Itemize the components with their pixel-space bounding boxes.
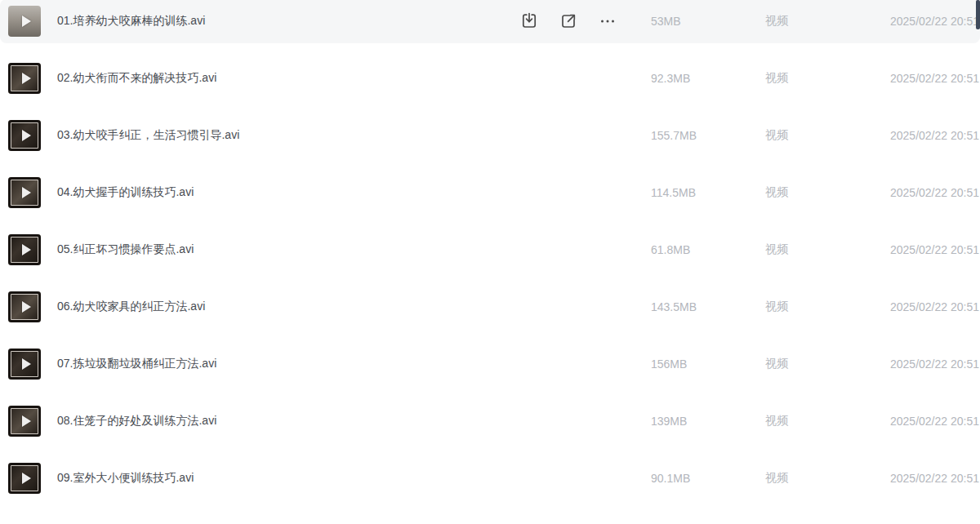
- row-actions: [519, 11, 618, 32]
- play-icon: [22, 187, 31, 198]
- play-icon: [22, 473, 31, 484]
- video-thumbnail[interactable]: [8, 120, 41, 151]
- file-size: 53MB: [651, 15, 733, 28]
- play-icon: [22, 301, 31, 313]
- file-name[interactable]: 02.幼犬衔而不来的解决技巧.avi: [57, 71, 502, 86]
- file-row[interactable]: 09.室外大小便训练技巧.avi: [0, 450, 980, 507]
- more-icon[interactable]: [597, 11, 618, 32]
- play-icon: [22, 130, 31, 141]
- file-type: 视频: [765, 71, 816, 86]
- file-modified-date: 2025/02/22 20:51: [816, 300, 980, 313]
- file-list: 01.培养幼犬咬麻棒的训练.avi: [0, 0, 980, 507]
- file-row[interactable]: 02.幼犬衔而不来的解决技巧.avi: [0, 50, 980, 107]
- file-type: 视频: [765, 471, 816, 486]
- play-icon: [22, 16, 31, 27]
- file-row[interactable]: 03.幼犬咬手纠正，生活习惯引导.avi: [0, 107, 980, 164]
- file-modified-date: 2025/02/22 20:51: [816, 15, 980, 28]
- file-size: 90.1MB: [651, 472, 733, 485]
- file-name[interactable]: 01.培养幼犬咬麻棒的训练.avi: [57, 14, 502, 29]
- file-size: 114.5MB: [651, 186, 733, 199]
- file-modified-date: 2025/02/22 20:51: [816, 243, 980, 256]
- file-type: 视频: [765, 185, 816, 200]
- file-modified-date: 2025/02/22 20:51: [816, 72, 980, 85]
- play-icon: [22, 73, 31, 84]
- file-size: 155.7MB: [651, 129, 733, 142]
- video-thumbnail[interactable]: [8, 177, 41, 208]
- file-size: 143.5MB: [651, 300, 733, 313]
- file-modified-date: 2025/02/22 20:51: [816, 357, 980, 371]
- play-icon: [22, 415, 31, 427]
- file-type: 视频: [765, 128, 816, 143]
- file-modified-date: 2025/02/22 20:51: [816, 472, 980, 485]
- video-thumbnail[interactable]: [8, 63, 41, 94]
- file-type: 视频: [765, 357, 816, 371]
- file-size: 92.3MB: [651, 72, 733, 85]
- video-thumbnail[interactable]: [8, 291, 41, 322]
- video-thumbnail[interactable]: [8, 463, 41, 494]
- file-name[interactable]: 08.住笼子的好处及训练方法.avi: [57, 414, 502, 429]
- play-icon: [22, 244, 31, 255]
- file-row[interactable]: 07.拣垃圾翻垃圾桶纠正方法.avi: [0, 335, 980, 393]
- share-icon[interactable]: [558, 11, 579, 32]
- video-thumbnail[interactable]: [8, 406, 41, 437]
- file-row[interactable]: 04.幼犬握手的训练技巧.avi: [0, 164, 980, 221]
- file-name[interactable]: 04.幼犬握手的训练技巧.avi: [57, 185, 502, 200]
- file-name[interactable]: 07.拣垃圾翻垃圾桶纠正方法.avi: [57, 357, 502, 371]
- file-type: 视频: [765, 242, 816, 257]
- file-row[interactable]: 06.幼犬咬家具的纠正方法.avi: [0, 278, 980, 335]
- file-row[interactable]: 01.培养幼犬咬麻棒的训练.avi: [0, 0, 980, 50]
- file-type: 视频: [765, 414, 816, 429]
- file-row[interactable]: 05.纠正坏习惯操作要点.avi: [0, 221, 980, 278]
- file-size: 61.8MB: [651, 243, 733, 256]
- video-thumbnail[interactable]: [8, 6, 41, 37]
- file-name[interactable]: 06.幼犬咬家具的纠正方法.avi: [57, 300, 502, 314]
- file-name[interactable]: 03.幼犬咬手纠正，生活习惯引导.avi: [57, 128, 502, 143]
- file-manager-viewport: 01.培养幼犬咬麻棒的训练.avi: [0, 0, 980, 524]
- file-type: 视频: [765, 300, 816, 314]
- play-icon: [22, 358, 31, 370]
- file-modified-date: 2025/02/22 20:51: [816, 186, 980, 199]
- file-modified-date: 2025/02/22 20:51: [816, 129, 980, 142]
- download-icon[interactable]: [519, 11, 540, 32]
- file-size: 139MB: [651, 415, 733, 428]
- scrollbar-thumb[interactable]: [976, 0, 980, 29]
- file-name[interactable]: 05.纠正坏习惯操作要点.avi: [57, 242, 502, 257]
- file-modified-date: 2025/02/22 20:51: [816, 415, 980, 428]
- video-thumbnail[interactable]: [8, 234, 41, 265]
- file-name[interactable]: 09.室外大小便训练技巧.avi: [57, 471, 502, 486]
- file-size: 156MB: [651, 357, 733, 371]
- file-row[interactable]: 08.住笼子的好处及训练方法.avi: [0, 393, 980, 450]
- video-thumbnail[interactable]: [8, 349, 41, 380]
- file-type: 视频: [765, 14, 816, 29]
